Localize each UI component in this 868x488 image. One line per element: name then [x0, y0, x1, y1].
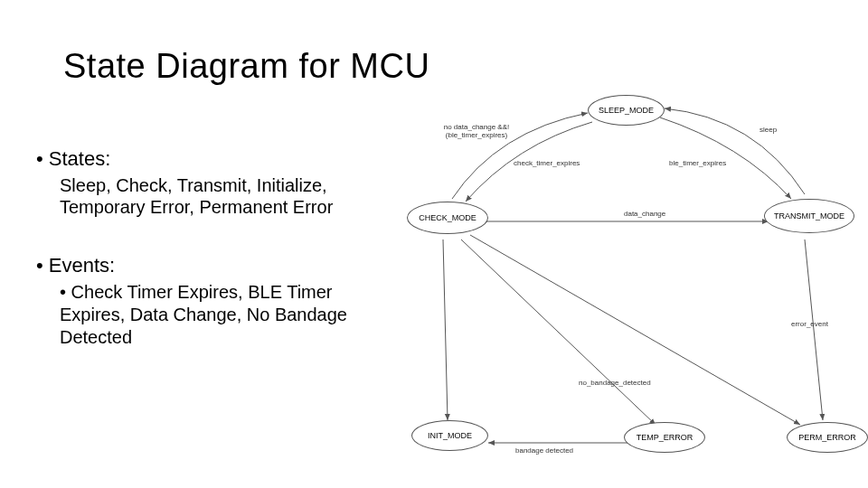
- edge-sleep-check: check_timer_expires: [514, 160, 580, 168]
- state-init: INIT_MODE: [411, 420, 488, 451]
- state-check: CHECK_MODE: [407, 202, 488, 234]
- edge-temp-init: bandage detected: [515, 447, 573, 455]
- edge-check-sleep: no data_change &&!(ble_timer_expires): [436, 124, 517, 140]
- diagram-arrows: [398, 86, 868, 474]
- edge-check-temp: no_bandage_detected: [579, 380, 651, 388]
- state-sleep: SLEEP_MODE: [588, 95, 665, 126]
- events-heading: Events:: [36, 254, 398, 277]
- edge-transmit-sleep: sleep: [760, 127, 777, 135]
- state-perm-error: PERM_ERROR: [787, 422, 868, 453]
- state-transmit: TRANSMIT_MODE: [764, 199, 854, 233]
- state-temp-error: TEMP_ERROR: [624, 422, 705, 453]
- events-list: Check Timer Expires, BLE Timer Expires, …: [60, 281, 398, 349]
- state-diagram: SLEEP_MODE CHECK_MODE TRANSMIT_MODE INIT…: [398, 86, 868, 474]
- edge-check-transmit: data_change: [624, 211, 665, 219]
- edge-sleep-transmit: ble_timer_expires: [669, 160, 726, 168]
- slide-title: State Diagram for MCU: [63, 47, 429, 86]
- states-list: Sleep, Check, Transmit, Initialize, Temp…: [60, 174, 398, 218]
- text-column: States: Sleep, Check, Transmit, Initiali…: [36, 140, 398, 349]
- edge-transmit-perm: error_event: [791, 321, 828, 329]
- states-heading: States:: [36, 147, 398, 171]
